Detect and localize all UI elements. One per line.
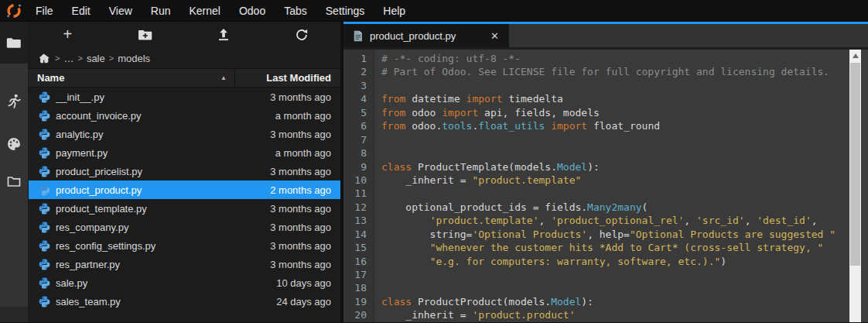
- menu-view[interactable]: View: [100, 0, 142, 22]
- python-file-icon: [39, 166, 50, 177]
- code-line: [381, 146, 868, 160]
- code-line: [381, 187, 868, 200]
- sidebar-tab-commands[interactable]: [0, 136, 28, 152]
- code-line: "whenever the customer hits *Add to Cart…: [381, 241, 868, 254]
- python-file-icon: [39, 129, 50, 140]
- line-number: 3: [343, 79, 374, 92]
- menu-edit[interactable]: Edit: [63, 0, 100, 22]
- file-modified: 3 months ago: [270, 240, 340, 252]
- python-file-icon: [39, 240, 50, 252]
- file-name: product_template.py: [56, 203, 270, 215]
- column-header-modified[interactable]: Last Modified: [235, 72, 340, 84]
- menu-file[interactable]: File: [26, 0, 63, 22]
- refresh-button[interactable]: [262, 22, 340, 48]
- menu-run[interactable]: Run: [142, 0, 180, 22]
- editor-tab[interactable]: product_product.py ✕: [343, 24, 509, 47]
- code-line: # Part of Odoo. See LICENSE file for ful…: [381, 65, 868, 78]
- editor-tab-bar: product_product.py ✕: [343, 24, 868, 47]
- file-browser-toolbar: +: [29, 22, 340, 48]
- line-number: 12: [343, 201, 374, 214]
- file-name: __init__.py: [56, 91, 270, 103]
- home-icon[interactable]: [39, 53, 50, 64]
- python-file-icon: [39, 147, 50, 159]
- file-row[interactable]: res_config_settings.py3 months ago: [29, 236, 340, 255]
- file-name: sale.py: [56, 277, 276, 289]
- scrollbar-up-button[interactable]: [849, 50, 861, 61]
- main-area: +: [0, 22, 868, 322]
- editor-panel: product_product.py ✕ 1234567891011121314…: [343, 22, 868, 322]
- code-line: [381, 281, 868, 294]
- file-name: payment.py: [56, 147, 275, 159]
- new-launcher-button[interactable]: +: [29, 22, 107, 48]
- code-line: "e.g. for computers: warranty, software,…: [381, 255, 868, 268]
- upload-button[interactable]: [185, 22, 263, 48]
- file-name: product_pricelist.py: [56, 166, 270, 177]
- breadcrumb-segment[interactable]: …: [63, 53, 73, 64]
- file-row[interactable]: res_partner.py3 months ago: [29, 255, 340, 273]
- sidebar-tab-opentabs[interactable]: [0, 174, 28, 189]
- breadcrumb-separator: >: [73, 53, 86, 63]
- file-row[interactable]: payment.pya month ago: [29, 143, 340, 162]
- menu-kernel[interactable]: Kernel: [179, 0, 229, 22]
- file-row[interactable]: sale.py10 days ago: [29, 273, 340, 292]
- column-header-name[interactable]: Name: [29, 72, 220, 84]
- refresh-icon: [295, 28, 309, 42]
- file-row[interactable]: account_invoice.pya month ago: [29, 106, 340, 125]
- file-name: account_invoice.py: [56, 110, 275, 122]
- line-number: 15: [343, 241, 374, 254]
- code-line: 'product.template', 'product_optional_re…: [381, 214, 868, 227]
- file-row[interactable]: product_template.py3 months ago: [29, 199, 340, 218]
- file-name: product_product.py: [56, 184, 270, 196]
- line-number: 17: [343, 268, 374, 281]
- line-number: 4: [343, 92, 374, 105]
- file-row[interactable]: sales_team.py24 days ago: [29, 292, 340, 311]
- python-file-icon: [39, 203, 50, 215]
- file-modified: a month ago: [275, 147, 340, 159]
- plus-icon: +: [63, 26, 73, 42]
- code-line: class ProductProduct(models.Model):: [381, 295, 868, 308]
- scrollbar-thumb[interactable]: [850, 63, 860, 266]
- running-man-icon: [6, 93, 22, 110]
- menu-settings[interactable]: Settings: [316, 0, 374, 22]
- line-number: 14: [343, 228, 374, 241]
- breadcrumb-separator: >: [51, 53, 63, 63]
- editor-scrollbar[interactable]: [849, 50, 861, 322]
- line-number: 8: [343, 146, 374, 160]
- line-number: 6: [343, 119, 374, 132]
- tab-close-icon[interactable]: ✕: [489, 30, 501, 42]
- breadcrumb-segment[interactable]: models: [118, 53, 150, 64]
- file-name: res_partner.py: [56, 259, 270, 270]
- new-folder-button[interactable]: [107, 22, 185, 48]
- menu-tabs[interactable]: Tabs: [275, 0, 316, 22]
- file-modified: 3 months ago: [270, 222, 340, 233]
- line-number: 1: [343, 52, 374, 65]
- code-area[interactable]: # -*- coding: utf-8 -*-# Part of Odoo. S…: [374, 50, 868, 322]
- file-row[interactable]: res_company.py3 months ago: [29, 218, 340, 236]
- file-modified: a month ago: [275, 110, 340, 122]
- breadcrumb-items: >…>sale>models: [51, 53, 150, 64]
- file-row[interactable]: product_product.py2 months ago: [29, 180, 340, 199]
- jupyterlab-window: FileEditViewRunKernelOdooTabsSettingsHel…: [0, 0, 868, 323]
- file-list-header: Name ▲ Last Modified: [29, 68, 340, 88]
- menu-help[interactable]: Help: [374, 0, 415, 22]
- palette-icon: [6, 136, 22, 152]
- sidebar-tab-running[interactable]: [0, 93, 28, 110]
- menu-odoo[interactable]: Odoo: [230, 0, 275, 22]
- breadcrumb-segment[interactable]: sale: [87, 53, 105, 64]
- file-row[interactable]: __init__.py3 months ago: [29, 88, 340, 106]
- python-file-icon: [39, 184, 50, 196]
- line-number: 5: [343, 106, 374, 119]
- file-modified: 2 months ago: [270, 184, 340, 196]
- new-folder-icon: [138, 29, 152, 41]
- editor-right-edge: [861, 50, 868, 322]
- code-line: _inherit = "product.template": [381, 174, 868, 187]
- file-row[interactable]: analytic.py3 months ago: [29, 125, 340, 143]
- sidebar-tab-filebrowser[interactable]: [0, 22, 28, 64]
- code-line: class ProductTemplate(models.Model):: [381, 160, 868, 174]
- python-file-icon: [39, 277, 50, 289]
- sort-ascending-icon[interactable]: ▲: [220, 74, 234, 81]
- file-row[interactable]: product_pricelist.py3 months ago: [29, 162, 340, 180]
- file-browser-panel: +: [29, 22, 340, 322]
- up-arrow-icon: [853, 53, 859, 58]
- file-list: __init__.py3 months ago account_invoice.…: [29, 88, 340, 322]
